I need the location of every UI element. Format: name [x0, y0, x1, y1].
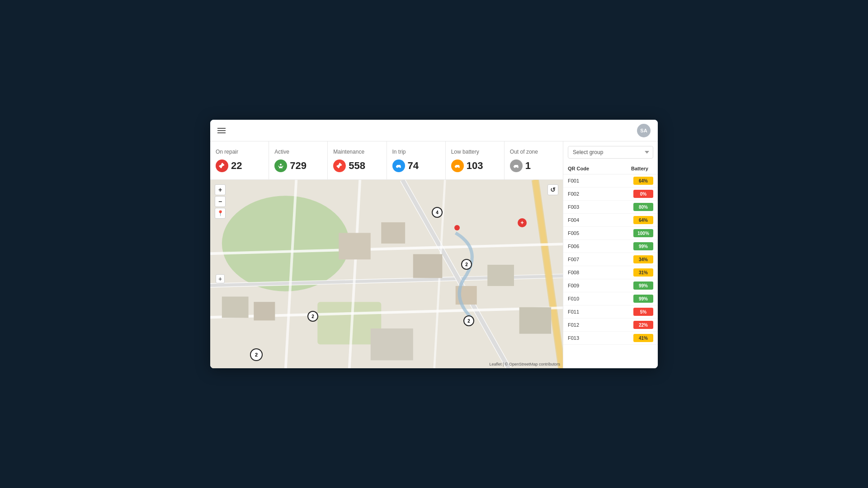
table-row[interactable]: F01099%	[563, 292, 658, 305]
select-group-dropdown[interactable]: Select group	[568, 146, 653, 159]
map-area[interactable]: + − 📍 ↺ + 4 + 2 2 2 2 Leaflet	[210, 180, 563, 368]
stat-low-battery[interactable]: Low battery 103	[446, 141, 505, 179]
col-battery-header: Battery	[626, 166, 653, 171]
battery-badge: 5%	[633, 308, 653, 316]
table-header: QR Code Battery	[563, 163, 658, 174]
table-row[interactable]: F01341%	[563, 332, 658, 345]
table-row[interactable]: F00164%	[563, 174, 658, 188]
stat-maintenance-value-row: 558	[333, 160, 365, 172]
svg-line-1	[278, 166, 280, 167]
table-row[interactable]: F00380%	[563, 201, 658, 214]
menu-button[interactable]	[217, 128, 226, 133]
battery-badge: 31%	[633, 268, 653, 277]
red-cross-marker[interactable]: +	[518, 218, 527, 227]
zoom-in-button[interactable]: +	[215, 184, 226, 195]
stat-in-trip-number: 74	[408, 160, 419, 172]
out-of-zone-icon	[510, 160, 523, 172]
qr-code-cell: F003	[568, 204, 633, 210]
qr-code-cell: F009	[568, 283, 633, 288]
stat-in-trip-label: In trip	[392, 149, 406, 155]
qr-code-cell: F013	[568, 335, 633, 341]
stat-maintenance-number: 558	[349, 160, 365, 172]
table-row[interactable]: F00999%	[563, 279, 658, 292]
svg-point-0	[280, 164, 282, 165]
table-row[interactable]: F00464%	[563, 214, 658, 227]
stat-active-label: Active	[274, 149, 289, 155]
avatar[interactable]: SA	[637, 124, 651, 137]
battery-badge: 41%	[633, 334, 653, 342]
stat-on-repair[interactable]: On repair 22	[210, 141, 269, 179]
svg-rect-23	[222, 296, 249, 318]
active-icon	[274, 160, 287, 172]
col-qr-header: QR Code	[568, 166, 626, 171]
locate-button[interactable]: 📍	[215, 208, 226, 219]
table-row[interactable]: F0020%	[563, 188, 658, 201]
left-panel: On repair 22 Active	[210, 141, 563, 368]
red-marker[interactable]	[454, 225, 460, 230]
table-row[interactable]: F01222%	[563, 319, 658, 332]
battery-badge: 99%	[633, 242, 653, 250]
low-battery-icon	[451, 160, 464, 172]
stat-low-battery-value-row: 103	[451, 160, 483, 172]
stat-active-value-row: 729	[274, 160, 307, 172]
svg-rect-25	[339, 233, 370, 259]
qr-code-cell: F011	[568, 309, 633, 314]
stat-in-trip[interactable]: In trip 74	[387, 141, 446, 179]
maintenance-icon	[333, 160, 346, 172]
stat-out-of-zone-label: Out of zone	[510, 149, 538, 155]
refresh-button[interactable]: ↺	[547, 184, 558, 195]
in-trip-icon	[392, 160, 405, 172]
cluster-marker-4[interactable]: 4	[432, 207, 443, 218]
svg-rect-27	[413, 254, 443, 278]
table-row[interactable]: F0115%	[563, 305, 658, 319]
battery-badge: 100%	[633, 229, 653, 237]
stat-on-repair-number: 22	[231, 160, 242, 172]
stat-on-repair-label: On repair	[216, 149, 238, 155]
right-panel: Select group QR Code Battery F00164%F002…	[563, 141, 658, 368]
svg-rect-31	[371, 328, 413, 360]
svg-rect-29	[487, 265, 514, 286]
cluster-marker-2a[interactable]: 2	[461, 259, 472, 270]
stat-low-battery-number: 103	[467, 160, 483, 172]
header: SA	[210, 120, 658, 141]
battery-badge: 0%	[633, 190, 653, 198]
table-row[interactable]: F005100%	[563, 227, 658, 240]
cluster-marker-2d[interactable]: 2	[250, 348, 263, 361]
battery-badge: 22%	[633, 321, 653, 329]
stat-low-battery-label: Low battery	[451, 149, 479, 155]
expand-button[interactable]: +	[216, 274, 225, 283]
app-window: SA On repair 22	[210, 120, 658, 368]
stat-on-repair-value-row: 22	[216, 160, 242, 172]
battery-badge: 99%	[633, 282, 653, 290]
table-body: F00164%F0020%F00380%F00464%F005100%F0069…	[563, 174, 658, 368]
table-row[interactable]: F00699%	[563, 240, 658, 253]
cluster-marker-2b[interactable]: 2	[307, 311, 318, 322]
stat-in-trip-value-row: 74	[392, 160, 419, 172]
map-controls: + − 📍	[215, 184, 226, 219]
stat-maintenance[interactable]: Maintenance 558	[328, 141, 387, 179]
stat-out-of-zone-value-row: 1	[510, 160, 531, 172]
battery-badge: 80%	[633, 203, 653, 211]
qr-code-cell: F008	[568, 270, 633, 275]
map-attribution: Leaflet | © OpenStreetMap contributors	[489, 362, 560, 366]
battery-badge: 34%	[633, 255, 653, 263]
zoom-out-button[interactable]: −	[215, 196, 226, 207]
cluster-marker-2c[interactable]: 2	[463, 315, 474, 326]
table-row[interactable]: F00734%	[563, 253, 658, 266]
qr-code-cell: F004	[568, 217, 633, 223]
battery-badge: 64%	[633, 216, 653, 224]
qr-code-cell: F006	[568, 244, 633, 249]
stats-bar: On repair 22 Active	[210, 141, 563, 180]
select-group-container: Select group	[568, 146, 653, 159]
svg-rect-26	[381, 222, 405, 244]
stat-out-of-zone[interactable]: Out of zone 1	[505, 141, 563, 179]
table-row[interactable]: F00831%	[563, 266, 658, 279]
stat-active-number: 729	[290, 160, 307, 172]
svg-rect-24	[254, 302, 275, 320]
stat-active[interactable]: Active 729	[269, 141, 328, 179]
qr-code-cell: F010	[568, 296, 633, 301]
on-repair-icon	[216, 160, 228, 172]
qr-code-cell: F002	[568, 191, 633, 197]
stat-out-of-zone-number: 1	[525, 160, 531, 172]
qr-code-cell: F005	[568, 230, 633, 236]
